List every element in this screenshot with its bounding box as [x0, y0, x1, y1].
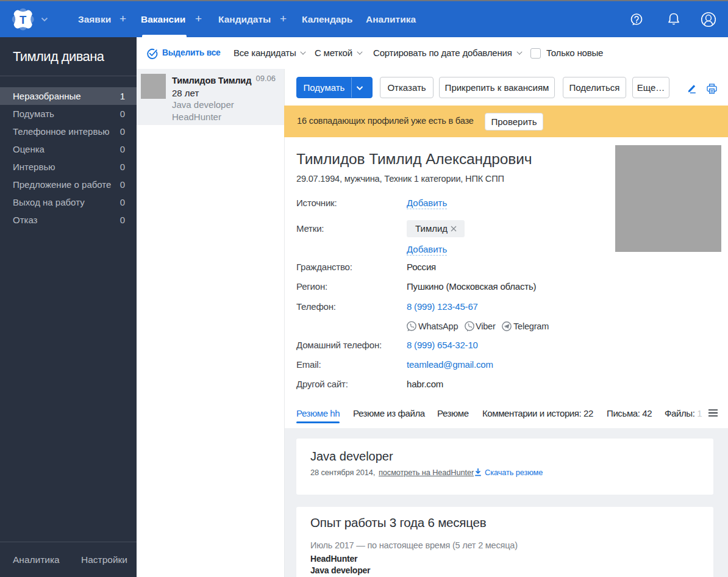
svg-text:T: T — [20, 13, 27, 26]
